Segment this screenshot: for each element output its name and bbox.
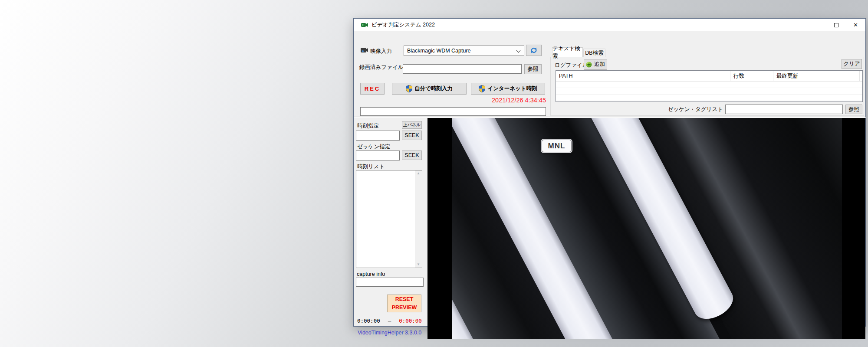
time-spec-label: 時刻指定 <box>357 122 379 130</box>
refresh-devices-button[interactable] <box>526 45 542 56</box>
column-last-updated[interactable]: 最終更新 <box>773 71 860 82</box>
video-device-select[interactable]: Blackmagic WDM Capture <box>404 46 524 56</box>
column-line-count[interactable]: 行数 <box>730 71 773 82</box>
time-list-label: 時刻リスト <box>357 163 385 170</box>
seek-bib-label: SEEK <box>404 152 419 158</box>
browse-file-button[interactable]: 参照 <box>524 64 542 74</box>
seek-time-label: SEEK <box>404 132 419 138</box>
bib-spec-input[interactable] <box>356 151 400 160</box>
minimize-icon <box>814 25 819 25</box>
seek-time-button[interactable]: SEEK <box>402 131 422 140</box>
capture-info-label: capture info <box>357 271 385 277</box>
panel-divider <box>354 117 866 118</box>
scroll-up-icon[interactable]: ▲ <box>417 170 420 177</box>
tab-db-search[interactable]: DB検索 <box>583 49 605 57</box>
recorded-file-input[interactable] <box>403 64 522 74</box>
reset-preview-button[interactable]: RESET PREVIEW <box>387 295 421 312</box>
maximize-button[interactable] <box>826 19 846 31</box>
app-window: ビデオ判定システム 2022 ✕ 映像入力 Blackmagic WDM Cap… <box>353 18 866 327</box>
rec-label: REC <box>365 85 380 92</box>
time-list-scrollbar[interactable]: ▲ ▼ <box>415 170 422 268</box>
tab-text-search-label: テキスト検索 <box>552 45 582 60</box>
time-list-box[interactable]: ▲ ▼ <box>356 170 422 268</box>
log-file-label: ログファイル <box>555 62 588 69</box>
uac-shield-icon <box>406 85 412 92</box>
scroll-down-icon[interactable]: ▼ <box>417 262 420 268</box>
maximize-icon <box>834 23 838 27</box>
titlebar[interactable]: ビデオ判定システム 2022 ✕ <box>354 19 865 31</box>
current-datetime: 2021/12/26 4:34:45 <box>442 97 546 104</box>
green-plus-ball-icon <box>586 62 592 68</box>
browse-tag-list-button[interactable]: 参照 <box>845 105 862 114</box>
chevron-down-icon <box>516 49 521 53</box>
reset-preview-line1: RESET <box>395 296 414 302</box>
range-end-time: 0:00:00 <box>399 318 422 324</box>
camcorder-icon <box>361 22 369 28</box>
close-button[interactable]: ✕ <box>846 19 865 31</box>
browse-file-label: 参照 <box>528 65 539 73</box>
bib-spec-label: ゼッケン指定 <box>357 143 390 151</box>
close-icon: ✕ <box>853 22 858 28</box>
seek-bib-button[interactable]: SEEK <box>402 151 422 160</box>
tag-list-label: ゼッケン・タグリスト <box>634 106 723 113</box>
table-row <box>556 95 862 101</box>
upper-panel-button[interactable]: 上パネル <box>402 121 422 129</box>
range-start-time: 0:00:00 <box>357 318 380 324</box>
desktop-background: ビデオ判定システム 2022 ✕ 映像入力 Blackmagic WDM Cap… <box>0 0 868 347</box>
reset-preview-line2: PREVIEW <box>392 304 417 311</box>
internet-time-button[interactable]: インターネット時刻 <box>471 83 545 95</box>
clear-button[interactable]: クリア <box>842 59 862 69</box>
video-input-label: 映像入力 <box>370 48 392 55</box>
recorded-file-label: 録画済みファイル <box>359 64 403 71</box>
window-title: ビデオ判定システム 2022 <box>372 19 435 31</box>
tab-db-search-label: DB検索 <box>585 49 603 57</box>
manual-time-label: 自分で時刻入力 <box>414 85 453 92</box>
mnl-label: MNL <box>548 142 566 151</box>
minimize-button[interactable] <box>807 19 826 31</box>
range-separator: – <box>388 318 391 324</box>
add-log-label: 追加 <box>594 61 605 68</box>
capture-info-input[interactable] <box>356 278 424 287</box>
refresh-icon <box>530 47 537 54</box>
manual-time-button[interactable]: 自分で時刻入力 <box>392 83 467 95</box>
table-header: PATH 行数 最終更新 <box>556 71 862 82</box>
time-spec-input[interactable] <box>356 131 400 141</box>
table-row <box>556 88 862 95</box>
video-preview[interactable]: MNL <box>427 118 865 339</box>
tab-text-search[interactable]: テキスト検索 <box>552 47 583 57</box>
tag-list-input[interactable] <box>725 105 843 114</box>
time-range: 0:00:00 – 0:00:00 <box>357 318 423 324</box>
camera-icon <box>360 47 368 53</box>
log-file-table[interactable]: PATH 行数 最終更新 <box>556 70 863 102</box>
upper-panel-label: 上パネル <box>403 122 421 128</box>
browse-tag-list-label: 参照 <box>848 106 859 113</box>
mnl-overlay-badge: MNL <box>542 140 572 152</box>
table-row <box>556 82 862 88</box>
rec-button[interactable]: REC <box>360 83 385 95</box>
internet-time-label: インターネット時刻 <box>487 85 537 92</box>
app-version: VideoTimingHelper 3.3.0.0 <box>358 330 421 336</box>
uac-shield-icon <box>479 85 485 92</box>
add-log-button[interactable]: 追加 <box>584 59 607 70</box>
column-path[interactable]: PATH <box>556 71 730 82</box>
video-device-value: Blackmagic WDM Capture <box>407 48 471 54</box>
clear-label: クリア <box>843 60 860 68</box>
client-area: 映像入力 Blackmagic WDM Capture 録画済みファイル 参照 <box>354 31 865 326</box>
capture-status-field[interactable] <box>360 107 546 116</box>
video-frame: MNL <box>452 118 842 339</box>
